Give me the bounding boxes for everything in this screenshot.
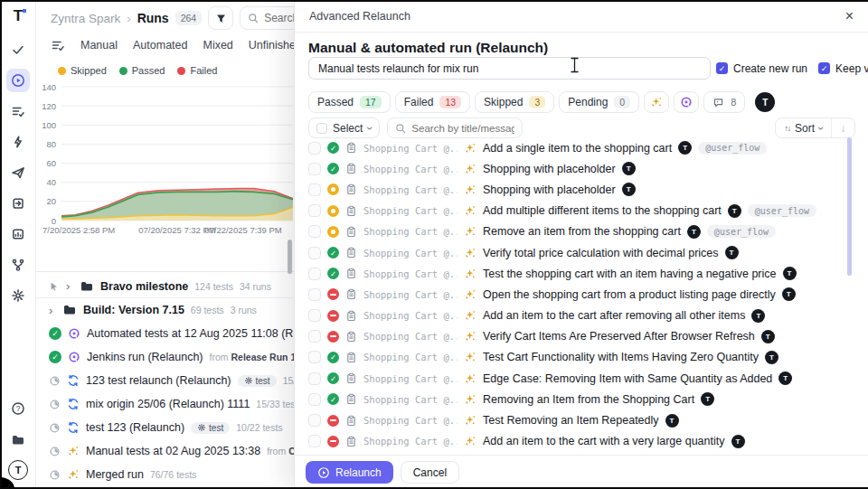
user-avatar[interactable]: T [8,460,28,480]
test-row[interactable]: Shopping Cart @...Add an item to the car… [308,306,851,326]
assignee-avatar[interactable]: T [731,435,745,448]
cancel-button[interactable]: Cancel [401,461,459,484]
row-checkbox[interactable] [308,225,321,238]
sidebar-item-folder[interactable] [6,428,30,452]
app-logo[interactable]: T [9,7,27,25]
row-checkbox[interactable] [308,268,321,280]
run-row[interactable]: Merged run76/76 tests [36,463,294,486]
assignee-avatar[interactable]: T [665,414,679,428]
test-row[interactable]: ✓Shopping Cart @...Edge Case: Removing I… [308,368,851,389]
sidebar-item-list-check[interactable] [6,99,30,123]
run-row[interactable]: ✓Automated tests at 12 Aug 2025 11:08 (R… [36,322,294,345]
assignee-avatar[interactable]: T [782,287,796,301]
test-row[interactable]: ✓Shopping Cart @...Add a single item to … [308,137,851,158]
select-all-checkbox[interactable] [316,123,327,134]
checkbox-checked-icon[interactable]: ✓ [716,62,728,74]
test-row[interactable]: ✓Shopping Cart @...Shopping with placeho… [308,158,851,179]
test-row[interactable]: Shopping Cart @...Shopping with placehol… [308,179,851,200]
test-row[interactable]: Shopping Cart @...Test Removing an Item … [308,409,851,430]
filter-automated[interactable] [674,91,699,113]
test-row[interactable]: Shopping Cart @...Remove an item from th… [308,221,851,242]
sidebar-item-play-circle[interactable] [6,69,30,92]
run-row[interactable]: 123 test relaunch (Relaunch)test15/23 te… [36,369,294,392]
tab-automated[interactable]: Automated [133,39,187,52]
assignee-avatar[interactable]: T [701,392,714,406]
modal-scrollbar-thumb[interactable] [847,137,852,276]
assignee-avatar[interactable]: T [622,183,636,196]
sidebar-item-report[interactable] [6,222,30,246]
option-keep-values[interactable]: ✓Keep values? [818,62,868,75]
relaunch-button[interactable]: Relaunch [306,461,393,484]
row-checkbox[interactable] [308,372,321,385]
sidebar-item-branch[interactable] [6,253,30,277]
row-checkbox[interactable] [308,163,321,175]
assignee-avatar[interactable]: T [687,225,701,239]
breadcrumb-project[interactable]: Zyntra Spark [51,12,120,25]
filter-button[interactable] [208,6,233,30]
chevron-right-icon[interactable]: › [49,304,56,317]
row-checkbox[interactable] [308,142,321,155]
assignee-avatar[interactable]: T [751,309,765,323]
comments-filter[interactable]: 8 [703,91,745,113]
row-checkbox[interactable] [308,247,321,259]
assignee-avatar[interactable]: T [778,371,792,385]
checkbox-checked-icon[interactable]: ✓ [818,62,830,74]
filter-manual[interactable] [644,91,669,113]
tests-search[interactable] [387,118,523,138]
chevron-right-icon[interactable]: › [66,279,73,293]
main-scrollbar-thumb[interactable] [288,240,292,274]
test-row[interactable]: Shopping Cart @...Add an item to the car… [308,431,851,452]
assignee-avatar[interactable]: T [678,141,692,155]
filter-pending[interactable]: Pending0 [559,91,639,113]
assignee-avatar[interactable]: T [755,92,775,112]
row-checkbox[interactable] [308,288,321,301]
row-checkbox[interactable] [308,183,321,196]
sidebar-item-gear[interactable] [6,284,30,307]
row-checkbox[interactable] [308,309,321,322]
select-dropdown[interactable]: Select › [308,118,380,138]
sort-button[interactable]: ↑↓ Sort › [776,118,831,137]
test-row[interactable]: Shopping Cart @...Add multiple different… [308,201,851,221]
sidebar-item-inbox-arrow[interactable] [6,192,30,215]
run-row[interactable]: ✓Jenkins run (Relaunch)from Release Run … [36,345,294,369]
close-icon[interactable]: × [845,9,854,24]
tab-unfinished[interactable]: Unfinished [249,39,294,52]
runs-group-row[interactable]: ›Build: Version 7.1569 tests3 runs [36,298,294,322]
assignee-avatar[interactable]: T [783,267,797,280]
runs-group-row[interactable]: ›Bravo milestone124 tests34 runs [36,275,294,298]
row-checkbox[interactable] [308,435,321,447]
sidebar-item-help[interactable]: ? [6,397,30,420]
test-row[interactable]: ✓Shopping Cart @...Verify total price ca… [308,242,851,263]
test-row[interactable]: ✓Shopping Cart @...Test Cart Functionali… [308,347,851,368]
tab-mixed[interactable]: Mixed [203,39,232,52]
assignee-avatar[interactable]: T [728,204,741,218]
test-row[interactable]: ✓Shopping Cart @...Removing an Item from… [308,389,851,409]
assignee-avatar[interactable]: T [761,330,775,343]
sidebar-item-flash[interactable] [6,130,30,154]
sidebar-item-check[interactable] [6,38,30,61]
run-name-input[interactable] [308,57,711,80]
run-row[interactable]: test 123 (Relaunch)test10/22 tests [36,416,294,439]
test-row[interactable]: Shopping Cart @...Verify Cart Items Are … [308,326,851,347]
download-button[interactable]: ↓ [831,118,854,137]
filter-skipped[interactable]: Skipped3 [475,91,554,113]
row-checkbox[interactable] [308,351,321,363]
filter-passed[interactable]: Passed17 [308,91,391,113]
test-row[interactable]: Shopping Cart @...Open the shopping cart… [308,284,851,305]
row-checkbox[interactable] [308,330,321,343]
tab-manual[interactable]: Manual [80,39,118,52]
row-checkbox[interactable] [308,393,321,406]
run-row[interactable]: mix origin 25/06 (Relaunch) 111115/33 te… [36,392,294,416]
tests-search-input[interactable] [411,123,514,134]
option-create-new-run[interactable]: ✓Create new run [716,62,807,75]
test-row[interactable]: ✓Shopping Cart @...Test the shopping car… [308,263,851,284]
row-checkbox[interactable] [308,414,321,427]
assignee-avatar[interactable]: T [622,162,636,175]
row-checkbox[interactable] [308,204,321,217]
run-row[interactable]: Manual tests at 02 Aug 2025 13:38from Cu… [36,439,294,463]
sidebar-item-plane[interactable] [6,161,30,184]
runs-search-input[interactable] [264,12,294,24]
assignee-avatar[interactable]: T [765,351,778,364]
runs-search[interactable]: × [240,6,294,30]
assignee-avatar[interactable]: T [725,246,739,259]
